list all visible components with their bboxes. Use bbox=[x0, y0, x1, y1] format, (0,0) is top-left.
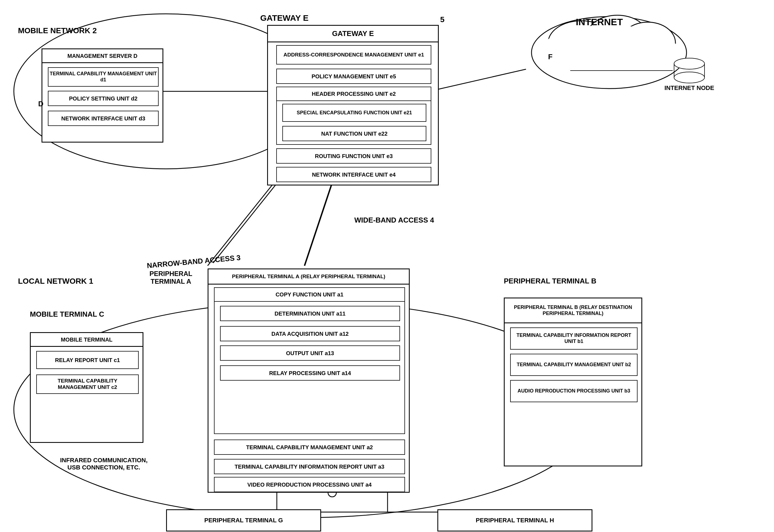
num5-label: 5 bbox=[440, 15, 445, 24]
internet-label: INTERNET bbox=[576, 17, 623, 27]
audio-reproduction-b3: AUDIO REPRODUCTION PROCESSING UNIT b3 bbox=[510, 380, 638, 402]
peripheral-a-title: PERIPHERAL TERMINAL A (RELAY PERIPHERAL … bbox=[208, 269, 409, 285]
determination-unit-a11: DETERMINATION UNIT a11 bbox=[220, 306, 400, 321]
network-iface-unit-e4: NETWORK INTERFACE UNIT e4 bbox=[276, 167, 431, 182]
management-server-box: MANAGEMENT SERVER D TERMINAL CAPABILITY … bbox=[42, 48, 163, 143]
mobile-terminal-title: MOBILE TERMINAL bbox=[31, 333, 143, 347]
svg-point-20 bbox=[674, 72, 705, 83]
video-reproduction-a4: VIDEO REPRODUCTION PROCESSING UNIT a4 bbox=[214, 477, 405, 492]
peripheral-terminal-g-box: PERIPHERAL TERMINAL G bbox=[166, 509, 321, 531]
mobile-terminal-box: MOBILE TERMINAL RELAY REPORT UNIT c1 TER… bbox=[30, 332, 143, 443]
special-encap-unit: SPECIAL ENCAPSULATING FUNCTION UNIT e21 bbox=[282, 104, 426, 122]
peripheral-terminal-a-outside-label: PERIPHERAL TERMINAL A bbox=[149, 270, 192, 285]
svg-line-7 bbox=[208, 183, 274, 266]
svg-line-8 bbox=[213, 180, 280, 263]
internet-node-label: INTERNET NODE bbox=[662, 84, 717, 92]
relay-processing-unit-a14: RELAY PROCESSING UNIT a14 bbox=[220, 365, 400, 381]
svg-line-9 bbox=[305, 183, 332, 266]
svg-point-17 bbox=[674, 58, 705, 69]
policy-setting-d2: POLICY SETTING UNIT d2 bbox=[48, 91, 159, 106]
output-unit-a13: OUTPUT UNIT a13 bbox=[220, 345, 400, 361]
terminal-cap-info-b1: TERMINAL CAPABILITY INFORMATION REPORT U… bbox=[510, 327, 638, 350]
svg-point-1 bbox=[548, 21, 615, 65]
svg-line-11 bbox=[429, 69, 526, 91]
f-label: F bbox=[548, 53, 553, 61]
gateway-title: GATEWAY E bbox=[268, 26, 438, 42]
d-label: D bbox=[38, 100, 43, 108]
nat-function-unit: NAT FUNCTION UNIT e22 bbox=[282, 126, 426, 141]
network-iface-d3: NETWORK INTERFACE UNIT d3 bbox=[48, 111, 159, 126]
peripheral-terminal-b-box: PERIPHERAL TERMINAL B (RELAY DESTINATION… bbox=[504, 298, 642, 466]
addr-mgmt-unit: ADDRESS-CORRESPONDENCE MANAGEMENT UNIT e… bbox=[276, 45, 431, 64]
infrared-label: INFRARED COMMUNICATION, USB CONNECTION, … bbox=[55, 457, 152, 471]
management-server-title: MANAGEMENT SERVER D bbox=[42, 49, 162, 63]
peripheral-terminal-h-box: PERIPHERAL TERMINAL H bbox=[437, 509, 592, 531]
terminal-cap-mgmt-d1: TERMINAL CAPABILITY MANAGEMENT UNIT d1 bbox=[48, 67, 159, 87]
local-network-label: LOCAL NETWORK 1 bbox=[18, 277, 93, 286]
svg-point-4 bbox=[537, 25, 681, 86]
terminal-cap-mgmt-a2: TERMINAL CAPABILITY MANAGEMENT UNIT a2 bbox=[214, 440, 405, 455]
policy-mgmt-unit: POLICY MANAGEMENT UNIT e5 bbox=[276, 69, 431, 84]
svg-point-0 bbox=[532, 17, 687, 89]
gateway-box: GATEWAY E ADDRESS-CORRESPONDENCE MANAGEM… bbox=[267, 25, 439, 185]
gateway-e-title: GATEWAY E bbox=[260, 13, 309, 23]
header-proc-unit: HEADER PROCESSING UNIT e2 bbox=[277, 87, 431, 101]
svg-point-3 bbox=[620, 22, 675, 64]
mobile-network-label: MOBILE NETWORK 2 bbox=[18, 26, 97, 35]
copy-function-title: COPY FUNCTION UNIT a1 bbox=[215, 288, 404, 302]
peripheral-terminal-b-label: PERIPHERAL TERMINAL B bbox=[504, 277, 596, 285]
peripheral-terminal-a-box: PERIPHERAL TERMINAL A (RELAY PERIPHERAL … bbox=[208, 268, 410, 493]
terminal-cap-info-a3: TERMINAL CAPABILITY INFORMATION REPORT U… bbox=[214, 459, 405, 474]
routing-unit: ROUTING FUNCTION UNIT e3 bbox=[276, 148, 431, 164]
terminal-cap-mgmt-c2: TERMINAL CAPABILITY MANAGEMENT UNIT c2 bbox=[36, 375, 139, 394]
terminal-cap-mgmt-b2: TERMINAL CAPABILITY MANAGEMENT UNIT b2 bbox=[510, 354, 638, 376]
diagram: GATEWAY E GATEWAY E ADDRESS-CORRESPONDEN… bbox=[0, 0, 774, 532]
mobile-terminal-c-label: MOBILE TERMINAL C bbox=[30, 310, 104, 319]
narrow-band-label: NARROW-BAND ACCESS 3 bbox=[146, 253, 241, 270]
data-acquisition-unit-a12: DATA ACQUISITION UNIT a12 bbox=[220, 326, 400, 341]
relay-report-c1: RELAY REPORT UNIT c1 bbox=[36, 351, 139, 369]
peripheral-b-title: PERIPHERAL TERMINAL B (RELAY DESTINATION… bbox=[505, 298, 641, 323]
wide-band-label: WIDE-BAND ACCESS 4 bbox=[354, 216, 434, 224]
